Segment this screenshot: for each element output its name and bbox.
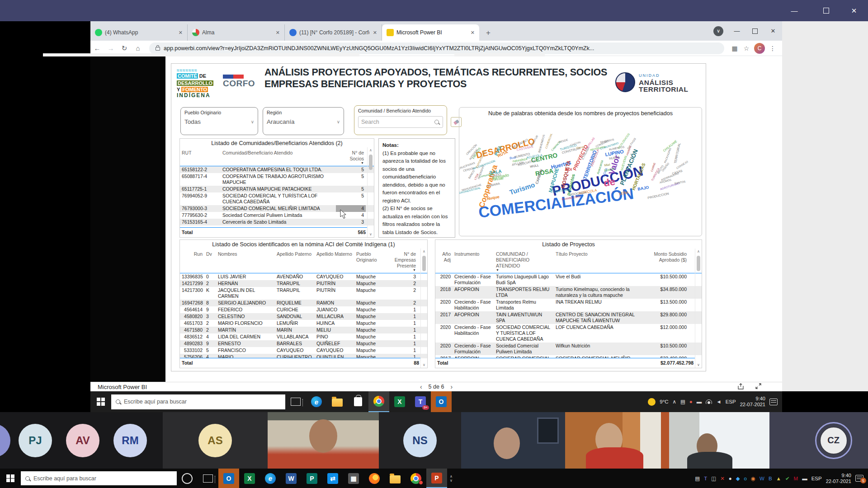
table-proyectos[interactable]: Listado de ProyectosAño AdjInstrumentoCO… — [435, 239, 702, 368]
table-cell[interactable]: $12.000.000 — [638, 324, 689, 343]
table-cell[interactable]: Mapuche — [354, 306, 389, 313]
table-cell[interactable]: MARTÍN — [216, 327, 275, 333]
table-cell[interactable]: JUANICO — [315, 306, 354, 313]
table-cell[interactable]: Creciendo - Fase Formulación — [453, 273, 494, 286]
back-button[interactable]: ← — [90, 44, 104, 52]
browser-tab-whatsapp[interactable]: (4) WhatsApp✕ — [90, 24, 188, 41]
participant-video-tile[interactable] — [669, 412, 769, 469]
excel-taskbar-icon[interactable]: X — [389, 391, 410, 412]
outlook-tray-icon[interactable]: o — [744, 476, 747, 481]
outlook-taskbar-icon[interactable]: O — [431, 391, 452, 412]
chevron-down-icon[interactable]: ∨ — [337, 119, 340, 124]
column-header[interactable]: N° de Empresas Presente▼ — [389, 251, 418, 272]
publisher-taskbar-icon[interactable]: P — [302, 469, 322, 488]
share-icon[interactable] — [738, 383, 745, 391]
person-status-icon[interactable]: ◉ — [751, 475, 755, 482]
table-cell[interactable]: 4580820 — [180, 313, 204, 320]
drop-icon[interactable]: ◆ — [736, 475, 740, 482]
table-row[interactable]: 133968350LUIS JAVIERAVENDAÑOCAYUQUEOMapu… — [180, 273, 427, 280]
address-bar[interactable]: app.powerbi.com/view?r=eyJrIjoiZDA3ZmRiO… — [149, 42, 724, 54]
table-cell[interactable]: Mapuche — [354, 287, 389, 300]
reload-button[interactable]: ↻ — [118, 44, 131, 52]
table-cell[interactable]: AFOPROIN — [453, 311, 494, 324]
word-taskbar-icon[interactable]: W — [281, 469, 302, 488]
table-cell[interactable]: Mapuche — [354, 273, 389, 280]
your-phone-icon[interactable]: ◫ — [711, 475, 716, 482]
scroll-down-icon[interactable]: ∨ — [423, 362, 425, 368]
table-cell[interactable]: TRANSPORTES RELMU LTDA — [494, 286, 554, 299]
browser-minimize-button[interactable]: — — [728, 21, 746, 41]
word-tray-icon[interactable]: W — [760, 476, 764, 481]
table-cell[interactable]: MARÍN — [275, 327, 315, 333]
table-cell[interactable]: 76793000-3 — [180, 205, 221, 212]
bookmark-star-icon[interactable]: ☆ — [741, 45, 752, 52]
start-button[interactable] — [90, 391, 111, 412]
powerpoint-taskbar-icon[interactable]: P — [426, 469, 447, 488]
table-cell[interactable]: 2020 — [435, 273, 453, 286]
table-row[interactable]: 45646149FEDERICOCURICHEJUANICOMapuche1 — [180, 306, 427, 313]
task-view-taskbar-icon[interactable] — [198, 469, 218, 488]
column-header[interactable]: Pueblo Originario — [354, 251, 389, 263]
wordcloud-panel[interactable]: Nube de palabras obtenida desde los nomb… — [459, 107, 702, 236]
table-row[interactable]: 65088717-4COOPERATIVA DE TRABAJO AGROTUR… — [180, 173, 374, 186]
table-cell[interactable]: 5 — [336, 192, 366, 205]
table-cell[interactable]: 2 — [204, 327, 216, 333]
slicer-region[interactable]: Región Araucanía∨ — [263, 107, 344, 135]
column-header[interactable]: Título Proyecto — [554, 251, 638, 258]
mcafee-x-icon[interactable]: ✕ — [720, 475, 725, 482]
table-cell[interactable]: 0 — [204, 273, 216, 280]
table-row[interactable]: 48365124LIDA DEL CARMENVILLABLANCAPINOMa… — [180, 333, 427, 340]
table-cell[interactable]: COOPERATIVA CAMPESINA EL TOQUI LTDA. — [221, 166, 336, 173]
browser-maximize-button[interactable] — [746, 21, 764, 41]
column-header[interactable]: Run — [180, 251, 204, 258]
scroll-thumb[interactable] — [422, 256, 426, 271]
table-cell[interactable]: SERGIO ALEJANDRO — [216, 300, 275, 306]
action-center-icon[interactable]: 5 — [855, 475, 863, 482]
table-row[interactable]: 14217300KJACQUELIN DEL CARMENTRARUPILPIU… — [180, 287, 427, 300]
table-cell[interactable]: 1 — [389, 340, 418, 347]
table-cell[interactable]: 8 — [204, 300, 216, 306]
news-icon[interactable]: ▤ — [680, 399, 685, 405]
table-cell[interactable]: HERNÁN — [216, 280, 275, 287]
file-explorer-taskbar-icon[interactable] — [327, 391, 348, 412]
weather-sun-icon[interactable] — [648, 398, 656, 406]
column-header[interactable]: Monto Subsidio Aprobado ($) — [638, 251, 689, 263]
table-cell[interactable]: RIQUELME — [275, 300, 315, 306]
table-cell[interactable]: QUIÑELEF — [315, 340, 354, 347]
table-cell[interactable]: COOPERATIVA MAPUCHE PATACHOIKE — [221, 186, 336, 192]
participant-tile[interactable]: AS — [163, 412, 268, 469]
table-cell[interactable]: LIDA DEL CARMEN — [216, 333, 275, 340]
firefox-taskbar-icon[interactable] — [364, 469, 385, 488]
table-cell[interactable]: 9 — [204, 340, 216, 347]
outlook-taskbar-icon[interactable]: O — [218, 469, 239, 488]
table-cell[interactable]: MILLACURA — [315, 313, 354, 320]
table-cell[interactable]: INA TREKAN RELMU — [554, 299, 638, 311]
window-maximize-button[interactable] — [816, 0, 836, 21]
table-cell[interactable]: Transportes Relmu Limitada — [494, 299, 554, 311]
table-cell[interactable]: 2020 — [435, 299, 453, 311]
apps-grid-icon[interactable]: ▦ — [729, 45, 741, 52]
mcafee-shield-icon[interactable]: M — [794, 476, 798, 481]
column-header[interactable]: Año Adj — [435, 251, 453, 263]
table-cell[interactable]: $10.500.000 — [638, 273, 689, 286]
table-socios[interactable]: Listado de Socios identificados en la nó… — [179, 239, 428, 368]
table-cell[interactable]: Sociedad Comercial Puliwen Limitada — [494, 343, 554, 355]
participant-video-tile[interactable] — [565, 412, 669, 469]
table-cell[interactable]: Turismo Kimelmapu, conociendo la natural… — [554, 286, 638, 299]
table-cell[interactable]: $13.500.000 — [638, 299, 689, 311]
edge-taskbar-icon[interactable]: e — [260, 469, 281, 488]
table-cell[interactable]: 5 — [336, 173, 366, 186]
scroll-down-icon[interactable]: ∨ — [697, 362, 700, 368]
column-header[interactable]: N° de Socios▼ — [336, 150, 366, 165]
table-cell[interactable]: 76153165-4 — [180, 219, 221, 225]
cortana-taskbar-icon[interactable] — [177, 469, 198, 488]
table-cell[interactable]: 14217299 — [180, 280, 204, 287]
column-header[interactable]: Dv — [204, 251, 216, 258]
participant-video-tile[interactable] — [268, 412, 379, 469]
wifi-icon[interactable] — [706, 399, 712, 404]
table-row[interactable]: 46715802MARTÍNMARÍNMELIUMapuche1 — [180, 327, 427, 333]
table-cell[interactable]: Vive el Budi — [554, 273, 638, 286]
table-row[interactable]: 2018AFOPROINTRANSPORTES RELMU LTDATurism… — [435, 286, 702, 299]
browser-tab-corfo[interactable]: (11) [N° Corfo 205189] - Corfo -✕ — [285, 24, 382, 41]
status-dot-icon[interactable]: ● — [689, 399, 693, 404]
